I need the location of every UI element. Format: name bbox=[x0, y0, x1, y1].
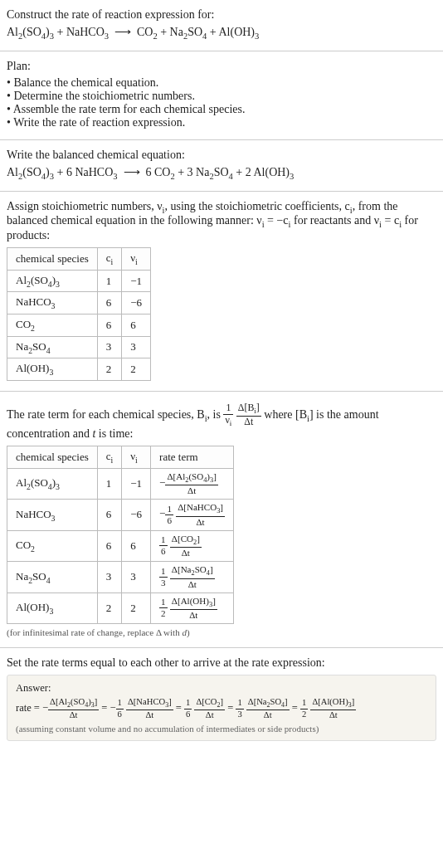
stoich-table: chemical species ci νi Al2(SO4)3 1 −1 Na… bbox=[7, 247, 151, 381]
col-species: chemical species bbox=[7, 248, 98, 271]
plan-item: Write the rate of reaction expression. bbox=[7, 116, 436, 129]
cell-ci: 6 bbox=[97, 314, 122, 336]
cell-species: Al(OH)3 bbox=[7, 358, 98, 381]
final-heading: Set the rate terms equal to each other t… bbox=[7, 656, 436, 670]
cell-ci: 3 bbox=[97, 336, 122, 358]
table-row: Al(OH)3 2 2 bbox=[7, 358, 151, 381]
table-row: CO2 6 6 bbox=[7, 314, 151, 336]
balanced-equation: Al2(SO4)3 + 6 NaHCO3 ⟶ 6 CO2 + 3 Na2SO4 … bbox=[7, 165, 436, 181]
plan-list: Balance the chemical equation. Determine… bbox=[7, 76, 436, 129]
col-species: chemical species bbox=[7, 446, 98, 468]
cell-ci: 2 bbox=[97, 358, 122, 381]
col-vi: νi bbox=[122, 248, 151, 271]
balanced-section: Write the balanced chemical equation: Al… bbox=[0, 140, 443, 191]
stoich-intro: Assign stoichiometric numbers, νi, using… bbox=[7, 200, 436, 243]
delta-bi-fraction: Δ[Bi]Δt bbox=[236, 403, 261, 427]
col-vi: νi bbox=[122, 446, 151, 468]
rate-expression: rate = −Δ[Al2(SO4)3]Δt = −16 Δ[NaHCO3]Δt… bbox=[16, 698, 427, 720]
rate-term-cell: −Δ[Al2(SO4)3]Δt bbox=[151, 468, 234, 500]
table-row: CO2 6 6 16 Δ[CO2]Δt bbox=[7, 530, 234, 562]
table-row: Na2SO4 3 3 13 Δ[Na2SO4]Δt bbox=[7, 562, 234, 593]
prompt-text: Construct the rate of reaction expressio… bbox=[7, 8, 436, 22]
one-over-nu-fraction: 1νi bbox=[223, 403, 233, 427]
col-ci: ci bbox=[97, 248, 122, 271]
table-row: Al(OH)3 2 2 12 Δ[Al(OH)3]Δt bbox=[7, 592, 234, 624]
balanced-heading: Write the balanced chemical equation: bbox=[7, 149, 436, 162]
cell-ci: 6 bbox=[97, 292, 122, 315]
col-rate: rate term bbox=[151, 446, 234, 468]
col-ci: ci bbox=[97, 446, 122, 468]
cell-vi: −6 bbox=[122, 292, 151, 315]
table-row: NaHCO3 6 −6 bbox=[7, 292, 151, 315]
table-row: Al2(SO4)3 1 −1 −Δ[Al2(SO4)3]Δt bbox=[7, 468, 234, 500]
rate-term-cell: 12 Δ[Al(OH)3]Δt bbox=[151, 592, 234, 624]
answer-box: Answer: rate = −Δ[Al2(SO4)3]Δt = −16 Δ[N… bbox=[7, 675, 436, 741]
cell-species: Na2SO4 bbox=[7, 336, 98, 358]
rate-term-cell: 13 Δ[Na2SO4]Δt bbox=[151, 562, 234, 593]
rateterms-section: The rate term for each chemical species,… bbox=[0, 392, 443, 647]
plan-item: Balance the chemical equation. bbox=[7, 76, 436, 90]
rateterms-intro: The rate term for each chemical species,… bbox=[7, 403, 436, 441]
cell-vi: 2 bbox=[122, 358, 151, 381]
table-row: Na2SO4 3 3 bbox=[7, 336, 151, 358]
rateterms-note: (for infinitesimal rate of change, repla… bbox=[7, 627, 436, 637]
rate-term-cell: −16 Δ[NaHCO3]Δt bbox=[151, 500, 234, 531]
stoich-section: Assign stoichiometric numbers, νi, using… bbox=[0, 192, 443, 391]
cell-species: CO2 bbox=[7, 314, 98, 336]
cell-ci: 1 bbox=[97, 270, 122, 292]
cell-vi: −1 bbox=[122, 270, 151, 292]
plan-item: Assemble the rate term for each chemical… bbox=[7, 103, 436, 116]
answer-assumption: (assuming constant volume and no accumul… bbox=[16, 724, 427, 734]
plan-section: Plan: Balance the chemical equation. Det… bbox=[0, 51, 443, 139]
unbalanced-equation: Al2(SO4)3 + NaHCO3 ⟶ CO2 + Na2SO4 + Al(O… bbox=[7, 25, 436, 41]
table-header-row: chemical species ci νi bbox=[7, 248, 151, 271]
table-row: Al2(SO4)3 1 −1 bbox=[7, 270, 151, 292]
cell-species: NaHCO3 bbox=[7, 292, 98, 315]
plan-heading: Plan: bbox=[7, 60, 436, 73]
final-section: Set the rate terms equal to each other t… bbox=[0, 648, 443, 751]
table-row: NaHCO3 6 −6 −16 Δ[NaHCO3]Δt bbox=[7, 500, 234, 531]
cell-vi: 3 bbox=[122, 336, 151, 358]
plan-item: Determine the stoichiometric numbers. bbox=[7, 90, 436, 103]
rate-term-cell: 16 Δ[CO2]Δt bbox=[151, 530, 234, 562]
answer-label: Answer: bbox=[16, 682, 427, 695]
prompt-section: Construct the rate of reaction expressio… bbox=[0, 0, 443, 51]
cell-species: Al2(SO4)3 bbox=[7, 270, 98, 292]
rateterms-table: chemical species ci νi rate term Al2(SO4… bbox=[7, 446, 234, 624]
cell-vi: 6 bbox=[122, 314, 151, 336]
table-header-row: chemical species ci νi rate term bbox=[7, 446, 234, 468]
